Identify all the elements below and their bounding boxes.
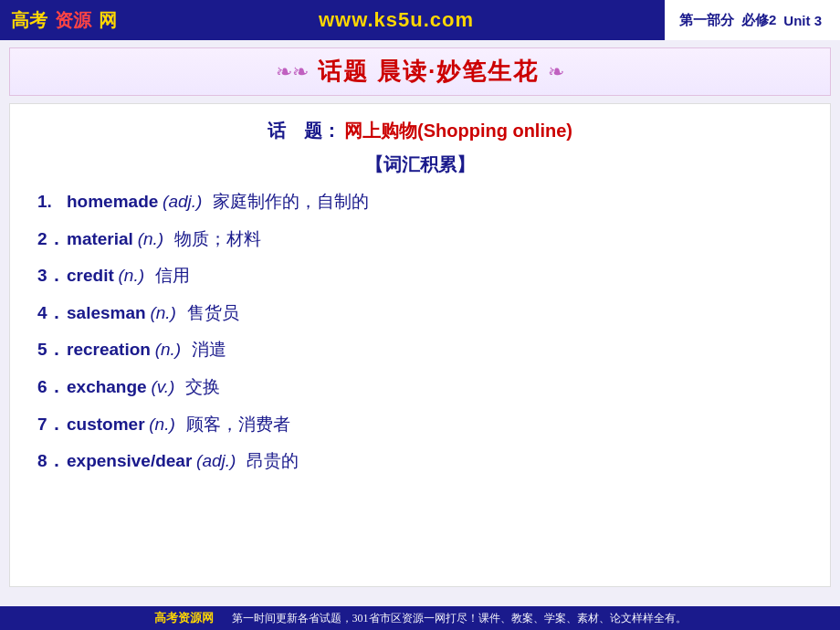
vocab-num: 7． bbox=[37, 413, 67, 437]
vocab-title: 【词汇积累】 bbox=[365, 154, 475, 174]
vocab-cn: 家庭制作的，自制的 bbox=[213, 190, 369, 215]
logo-area: 高考 资源 网 bbox=[0, 5, 128, 37]
topic-content: 网上购物(Shopping online) bbox=[344, 121, 572, 141]
vocab-pos: (adj.) bbox=[196, 449, 236, 474]
vocab-num: 3． bbox=[37, 264, 67, 289]
vocab-num: 2． bbox=[37, 227, 67, 252]
footer-logo: 高考资源网 bbox=[154, 610, 214, 626]
badge-unit: Unit 3 bbox=[783, 13, 822, 28]
vocab-word: material bbox=[67, 227, 133, 252]
vocab-num: 6． bbox=[37, 375, 67, 400]
header: 高考 资源 网 www.ks5u.com 第一部分 必修2 Unit 3 bbox=[0, 0, 840, 40]
vocab-pos: (n.) bbox=[119, 264, 145, 289]
vocab-word: homemade bbox=[67, 190, 158, 215]
vocab-pos: (n.) bbox=[155, 338, 182, 362]
vocab-item: 8． expensive/dear (adj.) 昂贵的 bbox=[37, 449, 803, 474]
header-badge: 第一部分 必修2 Unit 3 bbox=[665, 0, 840, 40]
banner: ❧❧ 话题 晨读·妙笔生花 ❧ bbox=[9, 47, 831, 96]
vocab-list: 1. homemade (adj.) 家庭制作的，自制的 2． material… bbox=[37, 190, 803, 474]
vocab-pos: (n.) bbox=[150, 301, 176, 326]
vocab-word: exchange bbox=[67, 375, 147, 400]
vocab-item: 3． credit (n.) 信用 bbox=[37, 264, 803, 289]
vocab-cn: 昂贵的 bbox=[247, 449, 299, 474]
header-url: www.ks5u.com bbox=[128, 8, 665, 32]
vocab-title-area: 【词汇积累】 bbox=[37, 152, 803, 177]
vocab-cn: 信用 bbox=[155, 264, 190, 289]
main-content: 话 题： 网上购物(Shopping online) 【词汇积累】 1. hom… bbox=[9, 103, 831, 587]
vocab-word: customer bbox=[67, 413, 145, 437]
vocab-pos: (adj.) bbox=[163, 190, 202, 215]
vocab-word: expensive/dear bbox=[67, 449, 192, 474]
badge-required: 必修2 bbox=[741, 12, 776, 29]
banner-title: 话题 晨读·妙笔生花 bbox=[318, 56, 539, 88]
vocab-cn: 物质；材料 bbox=[174, 227, 261, 252]
vocab-pos: (n.) bbox=[138, 227, 164, 252]
vocab-item: 7． customer (n.) 顾客，消费者 bbox=[37, 413, 803, 437]
vocab-word: recreation bbox=[67, 338, 151, 362]
topic-line: 话 题： 网上购物(Shopping online) bbox=[37, 119, 803, 143]
vocab-word: credit bbox=[67, 264, 114, 289]
vocab-word: salesman bbox=[67, 301, 146, 326]
logo-text-gaokao: 高考 bbox=[11, 8, 47, 33]
banner-deco-left: ❧❧ bbox=[276, 60, 309, 84]
logo-text-wang: 网 bbox=[99, 8, 117, 33]
vocab-pos: (v.) bbox=[151, 375, 174, 400]
vocab-num: 1. bbox=[37, 190, 67, 215]
vocab-num: 8． bbox=[37, 449, 67, 474]
banner-deco-right: ❧ bbox=[548, 60, 564, 84]
vocab-pos: (n.) bbox=[149, 413, 175, 437]
topic-label: 话 题： bbox=[268, 121, 341, 141]
vocab-item: 2． material (n.) 物质；材料 bbox=[37, 227, 803, 252]
logo-text-ziyuan: 资源 bbox=[55, 8, 91, 33]
vocab-cn: 消遣 bbox=[192, 338, 226, 362]
vocab-item: 6． exchange (v.) 交换 bbox=[37, 375, 803, 400]
footer: 高考资源网 第一时间更新各省试题，301省市区资源一网打尽！课件、教案、学案、素… bbox=[0, 606, 840, 630]
vocab-num: 5． bbox=[37, 338, 67, 362]
vocab-num: 4． bbox=[37, 301, 67, 326]
badge-part: 第一部分 bbox=[679, 12, 734, 29]
vocab-cn: 售货员 bbox=[187, 301, 239, 326]
footer-text: 第一时间更新各省试题，301省市区资源一网打尽！课件、教案、学案、素材、论文样样… bbox=[232, 611, 687, 626]
vocab-item: 5． recreation (n.) 消遣 bbox=[37, 338, 803, 362]
vocab-cn: 顾客，消费者 bbox=[186, 413, 290, 437]
vocab-item: 4． salesman (n.) 售货员 bbox=[37, 301, 803, 326]
vocab-item: 1. homemade (adj.) 家庭制作的，自制的 bbox=[37, 190, 803, 215]
vocab-cn: 交换 bbox=[185, 375, 220, 400]
